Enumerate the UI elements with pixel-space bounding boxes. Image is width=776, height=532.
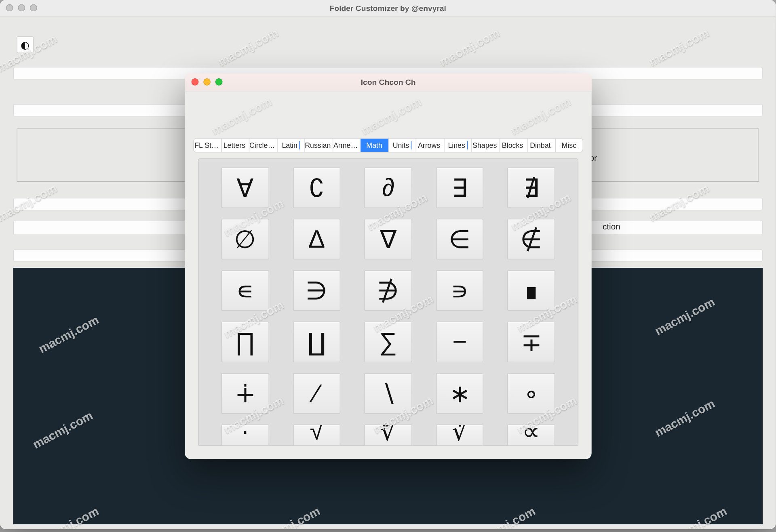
glyph-button[interactable]: ∉	[508, 219, 555, 260]
watermark-text: macmj.com	[209, 95, 274, 138]
main-traffic-lights	[6, 4, 37, 11]
glyph-button[interactable]: ∍	[436, 270, 484, 311]
row4-right-label: ction	[603, 222, 620, 231]
tab-math[interactable]: Math	[361, 139, 388, 152]
theme-toggle-button[interactable]: ◐	[17, 36, 33, 53]
glyph-button[interactable]: ∋	[293, 270, 341, 311]
tab-latin[interactable]: Latin	[277, 139, 305, 152]
modal-traffic-lights	[192, 78, 223, 86]
main-window-title: Folder Customizer by @envyral	[330, 4, 446, 13]
glyph-button[interactable]: ∙	[221, 425, 269, 446]
main-titlebar: Folder Customizer by @envyral	[0, 0, 776, 17]
glyph-panel: ∀ ∁ ∂ ∃ ∄ ∅ ∆ ∇ ∈ ∉ ∊ ∋ ∌ ∍ ∎ ∏ ∐	[198, 158, 578, 446]
zoom-button[interactable]	[215, 78, 223, 86]
glyph-button[interactable]: ∊	[221, 270, 269, 311]
glyph-button[interactable]: ∕	[293, 373, 341, 414]
tab-fl-studio[interactable]: FL St…	[194, 139, 222, 152]
glyph-button[interactable]: ∛	[365, 425, 412, 446]
tab-letters[interactable]: Letters	[221, 139, 249, 152]
category-tabstrip: FL St… Letters Circle… Latin Russian Arm…	[193, 138, 583, 153]
glyph-scroll[interactable]: ∀ ∁ ∂ ∃ ∄ ∅ ∆ ∇ ∈ ∉ ∊ ∋ ∌ ∍ ∎ ∏ ∐	[205, 165, 572, 445]
glyph-button[interactable]: ∎	[508, 270, 555, 311]
tab-circle[interactable]: Circle…	[249, 139, 277, 152]
close-button-inactive[interactable]	[6, 4, 13, 11]
glyph-button[interactable]: ∑	[365, 322, 412, 362]
glyph-button[interactable]: −	[436, 322, 484, 362]
tab-blocks[interactable]: Blocks	[500, 139, 528, 152]
tab-misc[interactable]: Misc	[555, 139, 582, 152]
glyph-button[interactable]: ∖	[365, 373, 412, 414]
tab-shapes[interactable]: Shapes	[472, 139, 500, 152]
close-button[interactable]	[192, 78, 199, 86]
icon-chooser-window: Icon Chcon Ch FL St… Letters Circle… Lat…	[185, 74, 591, 459]
glyph-button[interactable]: ∐	[293, 322, 341, 362]
glyph-button[interactable]: √	[293, 425, 341, 446]
watermark-text: macmj.com	[216, 26, 280, 69]
watermark-text: macmj.com	[508, 95, 573, 138]
tab-arrows[interactable]: Arrows	[416, 139, 444, 152]
glyph-button[interactable]: ∏	[221, 322, 269, 362]
glyph-button[interactable]: ∗	[436, 373, 484, 414]
watermark-text: macmj.com	[647, 26, 711, 69]
glyph-button[interactable]: ∅	[221, 219, 269, 260]
modal-window-title: Icon Chcon Ch	[361, 78, 416, 86]
glyph-button[interactable]: ∇	[365, 219, 412, 260]
zoom-button-inactive[interactable]	[30, 4, 37, 11]
glyph-grid: ∀ ∁ ∂ ∃ ∄ ∅ ∆ ∇ ∈ ∉ ∊ ∋ ∌ ∍ ∎ ∏ ∐	[205, 165, 572, 445]
glyph-button[interactable]: ∆	[293, 219, 341, 260]
glyph-button[interactable]: ∔	[221, 373, 269, 414]
glyph-button[interactable]: ∓	[508, 322, 555, 362]
glyph-button[interactable]: ∌	[365, 270, 412, 311]
glyph-button[interactable]: ∘	[508, 373, 555, 414]
watermark-text: macmj.com	[437, 26, 502, 69]
glyph-button[interactable]: ∁	[293, 167, 341, 208]
contrast-icon: ◐	[21, 38, 30, 51]
tab-armenian[interactable]: Arme…	[333, 139, 361, 152]
tab-dinbat[interactable]: Dinbat	[527, 139, 555, 152]
glyph-button[interactable]: ∈	[436, 219, 484, 260]
glyph-button[interactable]: ∝	[508, 425, 555, 446]
glyph-button[interactable]: ∄	[508, 167, 555, 208]
glyph-button[interactable]: ∜	[436, 425, 484, 446]
minimize-button-inactive[interactable]	[18, 4, 25, 11]
watermark-text: macmj.com	[359, 95, 424, 138]
tab-lines[interactable]: Lines	[444, 139, 472, 152]
tab-russian[interactable]: Russian	[305, 139, 333, 152]
glyph-button[interactable]: ∃	[436, 167, 484, 208]
glyph-button[interactable]: ∀	[221, 167, 269, 208]
tab-units[interactable]: Units	[388, 139, 416, 152]
glyph-button[interactable]: ∂	[365, 167, 412, 208]
modal-titlebar: Icon Chcon Ch	[185, 74, 591, 91]
minimize-button[interactable]	[203, 78, 211, 86]
